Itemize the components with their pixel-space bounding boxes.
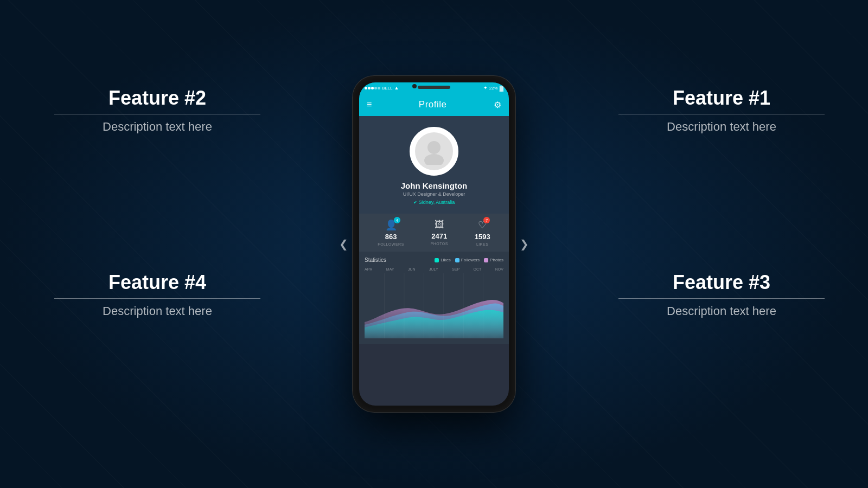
followers-count: 863	[385, 233, 397, 241]
profile-name: John Kensington	[401, 181, 468, 190]
location-text: Sidney, Australia	[419, 200, 455, 205]
likes-icon-wrap: ♡ 7	[478, 219, 487, 231]
legend-photos-dot	[484, 258, 488, 262]
followers-label: FOLLOWERS	[378, 242, 404, 246]
stat-followers[interactable]: 👤 4 863 FOLLOWERS	[378, 219, 404, 246]
carousel-right-arrow[interactable]: ❯	[520, 237, 529, 251]
battery-icon: ▓	[500, 85, 503, 91]
month-nov: NOV	[495, 267, 503, 271]
photos-icon: 🖼	[435, 219, 444, 230]
chart-legend: Likes Followers Photos	[435, 258, 503, 262]
likes-count: 1593	[475, 233, 490, 241]
feature-3-block: Feature #3 Description text here	[618, 271, 825, 318]
month-may: MAY	[386, 267, 394, 271]
feature-4-divider	[54, 298, 260, 299]
feature-4-block: Feature #4 Description text here	[54, 271, 260, 318]
settings-icon[interactable]: ⚙	[494, 100, 501, 110]
menu-icon[interactable]: ≡	[367, 100, 372, 110]
likes-badge: 7	[483, 217, 490, 223]
legend-photos-label: Photos	[490, 258, 503, 262]
signal-dot-1	[365, 87, 367, 89]
stats-section: 👤 4 863 FOLLOWERS 🖼 2471 PHOTOS	[359, 214, 509, 252]
chart-svg	[365, 273, 503, 338]
location-check-icon: ✔	[413, 200, 417, 205]
svg-point-1	[424, 154, 444, 165]
feature-1-divider	[618, 114, 825, 114]
feature-2-title: Feature #2	[54, 87, 260, 110]
signal-dot-3	[371, 87, 374, 89]
legend-likes: Likes	[435, 258, 451, 262]
statistics-chart	[365, 273, 503, 338]
feature-2-desc: Description text here	[54, 120, 260, 134]
feature-3-divider	[618, 298, 825, 299]
legend-followers-label: Followers	[461, 258, 480, 262]
feature-4-desc: Description text here	[54, 304, 260, 318]
top-navigation: ≡ Profile ⚙	[359, 93, 509, 116]
signal-dots	[365, 87, 380, 89]
user-avatar-icon	[420, 138, 448, 165]
svg-point-0	[427, 141, 441, 154]
signal-dot-5	[378, 87, 380, 89]
chart-section: Statistics Likes Followers Photos	[359, 252, 509, 344]
signal-dot-2	[368, 87, 371, 89]
followers-badge: 4	[394, 217, 400, 223]
phone-mockup: ❮ ❯ BELL ▲ ✦ 22%	[353, 76, 515, 412]
profile-job-title: UI/UX Designer & Developer	[403, 191, 465, 197]
status-left: BELL ▲	[365, 85, 399, 91]
legend-followers: Followers	[455, 258, 480, 262]
feature-3-desc: Description text here	[618, 304, 825, 318]
legend-followers-dot	[455, 258, 459, 262]
month-july: JULY	[429, 267, 438, 271]
avatar-placeholder	[415, 132, 453, 170]
phone-screen: BELL ▲ ✦ 22% ▓ ≡ Profile ⚙	[359, 82, 509, 406]
feature-1-block: Feature #1 Description text here	[618, 87, 825, 134]
month-sep: SEP	[452, 267, 459, 271]
feature-2-divider	[54, 114, 260, 114]
feature-1-desc: Description text here	[618, 120, 825, 134]
carrier-name: BELL	[382, 86, 393, 91]
month-apr: APR	[365, 267, 372, 271]
photos-count: 2471	[431, 232, 447, 240]
chart-title: Statistics	[365, 257, 386, 263]
stat-photos[interactable]: 🖼 2471 PHOTOS	[431, 219, 448, 246]
avatar	[410, 127, 458, 176]
legend-likes-label: Likes	[441, 258, 451, 262]
chart-header: Statistics Likes Followers Photos	[365, 257, 503, 263]
feature-2-block: Feature #2 Description text here	[54, 87, 260, 134]
carousel-left-arrow[interactable]: ❮	[339, 237, 348, 251]
battery-level: 22%	[489, 86, 498, 91]
status-right: ✦ 22% ▓	[483, 85, 503, 91]
legend-likes-dot	[435, 258, 439, 262]
bluetooth-icon: ✦	[483, 85, 488, 91]
chart-months: APR MAY JUN JULY SEP OCT NOV	[365, 267, 503, 271]
feature-3-title: Feature #3	[618, 271, 825, 294]
followers-icon-wrap: 👤 4	[385, 219, 397, 231]
likes-label: LIKES	[476, 242, 488, 246]
month-jun: JUN	[408, 267, 416, 271]
feature-1-title: Feature #1	[618, 87, 825, 110]
stat-likes[interactable]: ♡ 7 1593 LIKES	[475, 219, 490, 246]
feature-4-title: Feature #4	[54, 271, 260, 294]
profile-area: John Kensington UI/UX Designer & Develop…	[359, 116, 509, 214]
status-bar: BELL ▲ ✦ 22% ▓	[359, 82, 509, 93]
wifi-icon: ▲	[394, 85, 399, 91]
nav-title: Profile	[419, 99, 447, 110]
photos-icon-wrap: 🖼	[435, 219, 444, 230]
signal-dot-4	[374, 87, 377, 89]
legend-photos: Photos	[484, 258, 503, 262]
phone-outer-shell: ❮ ❯ BELL ▲ ✦ 22%	[353, 76, 515, 412]
profile-location: ✔ Sidney, Australia	[413, 200, 455, 205]
month-oct: OCT	[474, 267, 482, 271]
photos-label: PHOTOS	[431, 242, 448, 246]
